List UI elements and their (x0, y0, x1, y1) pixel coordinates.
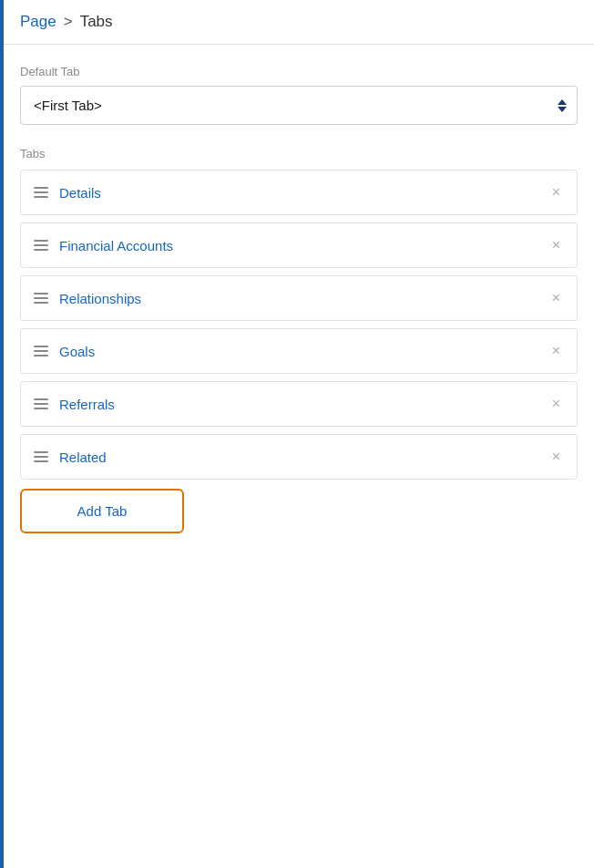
drag-handle-icon[interactable] (34, 346, 48, 356)
remove-tab-button[interactable]: × (548, 183, 564, 202)
breadcrumb-separator: > (64, 13, 73, 31)
remove-tab-button[interactable]: × (548, 395, 564, 413)
tab-item-left: Related (34, 450, 107, 465)
add-tab-button[interactable]: Add Tab (20, 489, 184, 533)
tab-item-left: Relationships (34, 291, 141, 306)
drag-handle-icon[interactable] (34, 187, 48, 198)
tab-name: Goals (59, 344, 95, 359)
tab-name: Details (59, 185, 101, 201)
remove-tab-button[interactable]: × (548, 236, 564, 254)
tab-item: Related × (20, 434, 578, 480)
content-area: Default Tab <First Tab> Details Financia… (4, 45, 594, 553)
tabs-section-label: Tabs (20, 147, 578, 160)
drag-handle-icon[interactable] (34, 293, 48, 304)
page-container: Page > Tabs Default Tab <First Tab> Deta… (0, 0, 594, 868)
breadcrumb-page[interactable]: Page (20, 13, 56, 31)
tab-item: Details × (20, 170, 578, 215)
remove-tab-button[interactable]: × (548, 448, 564, 466)
default-tab-label: Default Tab (20, 65, 578, 78)
remove-tab-button[interactable]: × (548, 289, 564, 307)
breadcrumb: Page > Tabs (4, 0, 594, 45)
tab-item-left: Goals (34, 344, 95, 359)
tab-item: Financial Accounts × (20, 222, 578, 268)
tab-item-left: Referrals (34, 397, 115, 412)
remove-tab-button[interactable]: × (548, 342, 564, 360)
tab-item: Goals × (20, 328, 578, 374)
drag-handle-icon[interactable] (34, 398, 48, 409)
breadcrumb-current: Tabs (80, 13, 113, 31)
tab-item: Referrals × (20, 381, 578, 427)
tab-name: Referrals (59, 397, 115, 412)
drag-handle-icon[interactable] (34, 240, 48, 251)
tab-name: Relationships (59, 291, 141, 306)
tab-item-left: Financial Accounts (34, 238, 173, 253)
tab-item-left: Details (34, 185, 101, 201)
tabs-list: Details × Financial Accounts × R (20, 170, 578, 480)
tab-name: Related (59, 450, 107, 465)
default-tab-select[interactable]: <First Tab> Details Financial Accounts R… (20, 86, 578, 125)
tab-name: Financial Accounts (59, 238, 173, 253)
default-tab-wrapper: <First Tab> Details Financial Accounts R… (20, 86, 578, 125)
drag-handle-icon[interactable] (34, 451, 48, 462)
tab-item: Relationships × (20, 275, 578, 321)
